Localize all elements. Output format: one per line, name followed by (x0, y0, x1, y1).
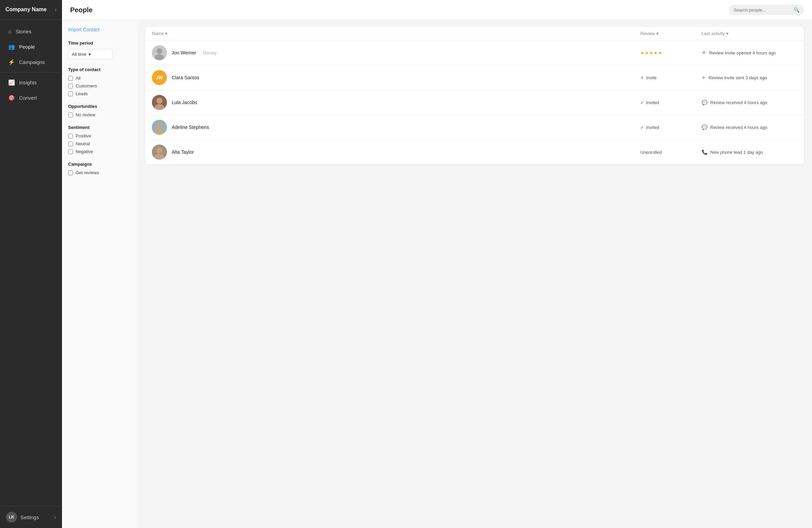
col-review-header[interactable]: Review ▾ (640, 31, 702, 36)
table-row[interactable]: Adeline Stephens ✓ Invited 💬 Review rece… (145, 115, 804, 140)
contact-type-all-label: All (76, 76, 81, 81)
page-header: People 🔍 (62, 0, 812, 20)
avatar: JW (152, 70, 167, 85)
get-reviews-checkbox[interactable] (68, 170, 73, 175)
person-name: Clara Santos (172, 75, 199, 80)
table-row[interactable]: Lula Jacobs ✓ Invited 💬 Review received … (145, 90, 804, 115)
no-review-label: No review (76, 112, 96, 117)
sentiment-negative-label: Negative (76, 149, 93, 154)
sentiment-neutral-label: Neutral (76, 141, 90, 146)
col-activity-header[interactable]: Last activity ▾ (702, 31, 797, 36)
table-row[interactable]: JW Clara Santos ✈ Invite ✈ Review invite… (145, 65, 804, 90)
col-name-header[interactable]: Name ▾ (152, 31, 640, 36)
message-icon: 💬 (702, 100, 708, 105)
company-chevron-icon: › (55, 7, 57, 12)
sidebar-item-convert-label: Convert (19, 95, 37, 101)
sentiment-negative-checkbox[interactable] (68, 149, 73, 154)
search-icon: 🔍 (794, 7, 799, 13)
person-name: Alta Taylor (172, 149, 194, 155)
time-period-dropdown[interactable]: All time ▾ (68, 49, 112, 60)
table-row[interactable]: Alta Taylor Unenrolled 📞 New phone lead … (145, 140, 804, 164)
activity-text: Review received 4 hours ago (710, 100, 767, 105)
person-cell: JW Clara Santos (152, 70, 640, 85)
activity-cell: 💬 Review received 4 hours ago (702, 100, 797, 105)
table-row[interactable]: Jon Werner Disney ★★★★★ 👁 Review invite … (145, 41, 804, 65)
avatar (152, 120, 167, 135)
user-avatar: LK (6, 512, 17, 523)
review-cell: ★★★★★ (640, 50, 702, 56)
person-cell: Alta Taylor (152, 145, 640, 160)
person-name: Adeline Stephens (172, 124, 209, 130)
get-reviews-label: Get reviews (76, 170, 99, 175)
activity-text: Review received 4 hours ago (710, 125, 767, 130)
people-table: Name ▾ Review ▾ Last activity ▾ (145, 27, 804, 164)
contact-type-section: Type of contact All Customers Leads (68, 67, 131, 96)
contact-type-leads[interactable]: Leads (68, 91, 131, 96)
sentiment-positive[interactable]: Positive (68, 133, 131, 138)
svg-point-1 (157, 48, 162, 54)
settings-button[interactable]: LK Settings › (0, 506, 62, 528)
contact-type-leads-checkbox[interactable] (68, 91, 73, 96)
person-cell: Adeline Stephens (152, 120, 640, 135)
contact-type-customers-checkbox[interactable] (68, 84, 73, 88)
people-icon: 👥 (8, 44, 15, 50)
sidebar-item-insights[interactable]: 📈 Insights (2, 75, 60, 90)
avatar-initials: LK (9, 515, 14, 519)
contact-type-customers[interactable]: Customers (68, 84, 131, 88)
sort-icon: ▾ (656, 31, 659, 36)
contact-type-customers-label: Customers (76, 84, 97, 88)
review-cell: Unenrolled (640, 150, 702, 155)
send-icon: ✈ (702, 75, 706, 80)
campaigns-section: Campaigns Get reviews (68, 162, 131, 175)
sidebar-item-campaigns[interactable]: ⚡ Campaigns (2, 55, 60, 70)
contact-type-all[interactable]: All (68, 76, 131, 81)
activity-text: Review invite opened 4 hours ago (709, 50, 776, 56)
sidebar-item-people[interactable]: 👥 People (2, 40, 60, 54)
sidebar: Company Name › ⌂ Stories 👥 People ⚡ Camp… (0, 0, 62, 528)
sidebar-item-insights-label: Insights (19, 80, 37, 86)
opportunities-title: Oppurtunities (68, 104, 131, 109)
avatar (152, 145, 167, 160)
opportunity-no-review[interactable]: No review (68, 112, 131, 117)
filter-panel: Import Contact Time period All time ▾ Ty… (62, 20, 137, 528)
sentiment-positive-checkbox[interactable] (68, 134, 73, 138)
sort-icon: ▾ (726, 31, 728, 36)
sentiment-neutral[interactable]: Neutral (68, 141, 131, 146)
person-cell: Lula Jacobs (152, 95, 640, 110)
person-name: Jon Werner (172, 50, 196, 56)
sentiment-negative[interactable]: Negative (68, 149, 131, 154)
contact-type-all-checkbox[interactable] (68, 76, 73, 81)
person-company: Disney (203, 50, 217, 56)
search-box[interactable]: 🔍 (729, 5, 804, 15)
time-period-section: Time period All time ▾ (68, 41, 131, 60)
campaign-get-reviews[interactable]: Get reviews (68, 170, 131, 175)
review-status: Invited (646, 125, 659, 130)
svg-point-4 (156, 97, 162, 104)
settings-arrow-icon: › (54, 514, 56, 520)
contact-type-leads-label: Leads (76, 91, 88, 96)
star-rating: ★★★★★ (640, 50, 663, 56)
invite-icon: ✈ (640, 75, 644, 80)
check-icon: ✓ (640, 125, 644, 130)
check-icon: ✓ (640, 100, 644, 105)
search-input[interactable] (734, 7, 791, 13)
activity-cell: 📞 New phone lead 1 day ago (702, 149, 797, 155)
eye-icon: 👁 (702, 50, 707, 56)
stories-icon: ⌂ (8, 29, 12, 35)
sentiment-section: Sentiment Positive Neutral Negative (68, 125, 131, 154)
review-cell: ✓ Invited (640, 125, 702, 130)
sidebar-item-stories-label: Stories (16, 29, 32, 34)
import-contact-link[interactable]: Import Contact (68, 27, 131, 32)
sentiment-neutral-checkbox[interactable] (68, 141, 73, 146)
settings-label: Settings (20, 514, 39, 520)
company-selector[interactable]: Company Name › (0, 0, 62, 20)
message-icon: 💬 (702, 124, 708, 130)
content-area: Import Contact Time period All time ▾ Ty… (62, 20, 812, 528)
no-review-checkbox[interactable] (68, 112, 73, 117)
sidebar-item-stories[interactable]: ⌂ Stories (2, 25, 60, 39)
sidebar-nav: ⌂ Stories 👥 People ⚡ Campaigns 📈 Insight… (0, 20, 62, 506)
sidebar-item-convert[interactable]: 🎯 Convert (2, 90, 60, 105)
company-name: Company Name (5, 6, 47, 13)
campaigns-icon: ⚡ (8, 59, 15, 65)
review-status: Invited (646, 100, 659, 105)
